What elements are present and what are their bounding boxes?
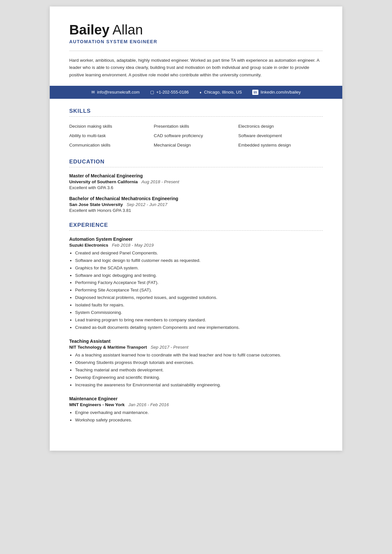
edu-school-row-1: University of Southern California Aug 20… [69, 179, 323, 184]
skill-6: Mechanical Design [154, 141, 238, 149]
bullet-1-8: Isolated faults for repairs. [69, 302, 323, 309]
header-section: Bailey Allan AUTOMATION SYSTEM ENGINEER … [69, 22, 323, 79]
linkedin-icon: in [252, 90, 258, 95]
contact-location: ⬧ Chicago, Illinois, US [199, 90, 242, 95]
bullet-1-4: Software and logic debugging and testing… [69, 272, 323, 279]
resume-container: Bailey Allan AUTOMATION SYSTEM ENGINEER … [50, 6, 342, 451]
skills-title: SKILLS [69, 108, 323, 114]
edu-gpa-2: Excellent with Honors GPA 3.81 [69, 208, 323, 213]
exp-entry-1: Automation System Engineer Suzuki Electr… [69, 237, 323, 331]
last-name: Allan [110, 22, 143, 37]
education-divider [69, 167, 323, 167]
email-text: info@resumekraft.com [97, 90, 140, 95]
skill-4: Presentation skills [154, 122, 238, 131]
bullet-1-5: Performing Factory Acceptance Test (FAT)… [69, 279, 323, 287]
bullet-2-3: Teaching material and methods developmen… [69, 367, 323, 374]
exp-entry-2: Teaching Assistant NIT Technology & Mari… [69, 339, 323, 389]
edu-entry-2: Bachelor of Mechanical Mechatronics Engi… [69, 196, 323, 213]
exp-title-1: Automation System Engineer [69, 237, 323, 242]
exp-title-2: Teaching Assistant [69, 339, 323, 344]
education-title: EDUCATION [69, 159, 323, 165]
skill-9: Embedded systems design [238, 141, 323, 149]
skill-2: Ability to multi-task [69, 132, 154, 140]
bullet-1-3: Graphics for the SCADA system. [69, 264, 323, 272]
edu-entry-1: Master of Mechanical Engineering Univers… [69, 173, 323, 190]
phone-text: +1-202-555-0186 [156, 90, 189, 95]
experience-divider [69, 230, 323, 231]
contact-phone: ▢ +1-202-555-0186 [150, 90, 189, 95]
skill-1: Decision making skills [69, 122, 154, 131]
edu-gpa-1: Excellent with GPA 3.6 [69, 185, 323, 190]
experience-title: EXPERIENCE [69, 222, 323, 228]
education-section: EDUCATION Master of Mechanical Engineeri… [69, 159, 323, 213]
exp-company-row-3: MNT Engineers - New York Jan 2016 - Feb … [69, 402, 323, 407]
header-divider [69, 51, 323, 51]
skills-section: SKILLS Decision making skills Presentati… [69, 108, 323, 149]
skill-3: Communication skills [69, 141, 154, 149]
location-text: Chicago, Illinois, US [204, 90, 242, 95]
contact-email: ✉ info@resumekraft.com [91, 90, 140, 95]
first-name: Bailey [69, 22, 110, 37]
skills-divider [69, 116, 323, 117]
exp-date-2: Sep 2017 - Present [150, 345, 188, 350]
bullet-1-9: System Commissioning. [69, 309, 323, 316]
exp-bullets-1: Created and designed Panel Components. S… [69, 250, 323, 331]
bullet-2-4: Develop Engineering and scientific think… [69, 374, 323, 381]
exp-company-row-2: NIT Technology & Maritime Transport Sep … [69, 345, 323, 350]
bullet-1-2: Software and logic design to fulfill cus… [69, 257, 323, 264]
phone-icon: ▢ [150, 90, 154, 95]
skill-5: CAD software proficiency [154, 132, 238, 140]
edu-date-1: Aug 2018 - Present [141, 179, 179, 184]
skill-8: Software development [238, 132, 323, 140]
skills-grid: Decision making skills Presentation skil… [69, 122, 323, 149]
linkedin-text: linkedin.com/in/bailey [261, 90, 301, 95]
bullet-3-1: Engine overhauling and maintenance. [69, 409, 323, 417]
bullet-1-6: Performing Site Acceptance Test (SAT). [69, 287, 323, 294]
bullet-3-2: Workshop safety procedures. [69, 417, 323, 424]
edu-degree-1: Master of Mechanical Engineering [69, 173, 323, 178]
edu-date-2: Sep 2012 - Jun 2017 [126, 202, 167, 207]
edu-school-2: San Jose State University [69, 202, 123, 207]
exp-date-3: Jan 2016 - Feb 2016 [128, 402, 169, 407]
bullet-2-1: As a teaching assistant learned how to c… [69, 352, 323, 359]
exp-bullets-2: As a teaching assistant learned how to c… [69, 352, 323, 389]
exp-entry-3: Maintenance Engineer MNT Engineers - New… [69, 396, 323, 424]
edu-degree-2: Bachelor of Mechanical Mechatronics Engi… [69, 196, 323, 201]
exp-company-2: NIT Technology & Maritime Transport [69, 345, 147, 350]
summary-text: Hard worker, ambitious, adaptable, highl… [69, 57, 323, 79]
contact-bar: ✉ info@resumekraft.com ▢ +1-202-555-0186… [50, 86, 342, 99]
bullet-1-1: Created and designed Panel Components. [69, 250, 323, 257]
bullet-1-10: Lead training program to bring new membe… [69, 316, 323, 324]
bullet-2-2: Observing Students progress through tuto… [69, 359, 323, 367]
bullet-1-11: Created as-built documents detailing sys… [69, 324, 323, 331]
exp-bullets-3: Engine overhauling and maintenance. Work… [69, 409, 323, 424]
skill-7: Electronics design [238, 122, 323, 131]
contact-linkedin: in linkedin.com/in/bailey [252, 90, 301, 95]
location-icon: ⬧ [199, 90, 202, 95]
candidate-title: AUTOMATION SYSTEM ENGINEER [69, 39, 323, 44]
edu-school-row-2: San Jose State University Sep 2012 - Jun… [69, 202, 323, 207]
bullet-2-5: Increasing the awareness for Environment… [69, 381, 323, 389]
experience-section: EXPERIENCE Automation System Engineer Su… [69, 222, 323, 424]
edu-school-1: University of Southern California [69, 179, 138, 184]
exp-company-3: MNT Engineers - New York [69, 402, 125, 407]
bullet-1-7: Diagnosed technical problems, reported i… [69, 294, 323, 302]
candidate-name: Bailey Allan [69, 22, 323, 38]
exp-company-1: Suzuki Electronics [69, 243, 108, 248]
exp-company-row-1: Suzuki Electronics Feb 2018 - May 2019 [69, 243, 323, 248]
exp-date-1: Feb 2018 - May 2019 [112, 243, 153, 248]
email-icon: ✉ [91, 90, 95, 95]
exp-title-3: Maintenance Engineer [69, 396, 323, 401]
